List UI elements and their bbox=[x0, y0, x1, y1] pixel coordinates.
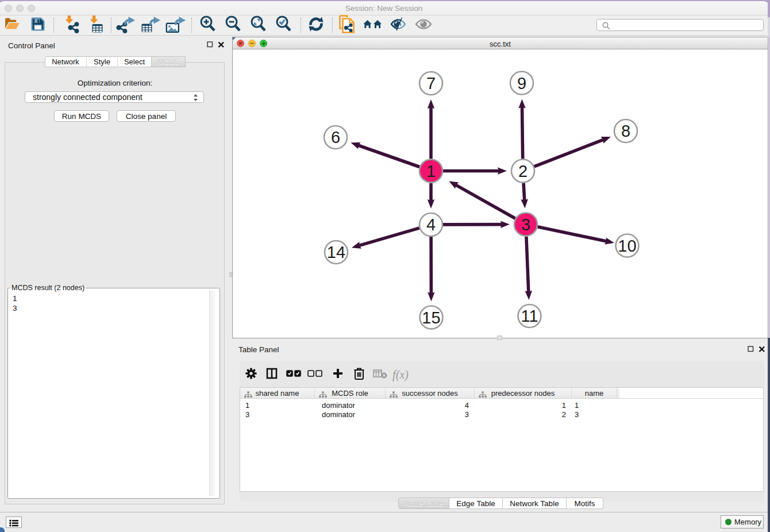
svg-text:10: 10 bbox=[618, 237, 636, 255]
svg-text:4: 4 bbox=[426, 215, 436, 234]
svg-text:6: 6 bbox=[331, 128, 340, 147]
svg-text:2: 2 bbox=[518, 162, 528, 180]
svg-text:8: 8 bbox=[621, 122, 630, 140]
svg-text:9: 9 bbox=[517, 74, 526, 92]
svg-text:11: 11 bbox=[521, 307, 538, 325]
svg-text:14: 14 bbox=[327, 243, 345, 261]
svg-text:7: 7 bbox=[426, 74, 436, 92]
svg-text:1: 1 bbox=[426, 162, 436, 180]
svg-text:15: 15 bbox=[422, 309, 440, 327]
svg-text:3: 3 bbox=[521, 215, 530, 234]
